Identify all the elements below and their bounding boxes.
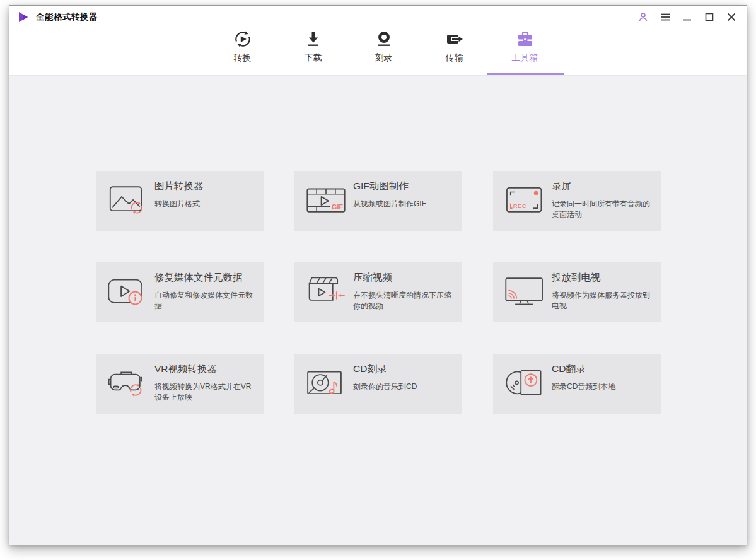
tool-title: GIF动图制作 [353,180,454,193]
tool-card-gif-maker[interactable]: GIF GIF动图制作 从视频或图片制作GIF [294,171,462,231]
vr-converter-icon [107,366,148,402]
download-icon [304,28,323,50]
cd-burn-icon [305,366,347,402]
app-title: 全能格式转换器 [36,11,98,23]
tool-title: 图片转换器 [154,180,255,193]
cast-to-tv-icon [504,275,545,310]
tool-title: CD翻录 [552,363,653,376]
tab-download[interactable]: 下载 [292,25,335,75]
tool-grid: 图片转换器 转换图片格式 GIF [96,171,661,414]
tool-card-vr-converter[interactable]: VR视频转换器 将视频转换为VR格式并在VR设备上放映 [96,354,264,414]
tool-title: VR视频转换器 [154,363,255,376]
tool-title: 压缩视频 [353,271,454,284]
tab-transfer[interactable]: 传输 [433,25,476,75]
tool-desc: 转换图片格式 [154,199,255,209]
tool-card-image-converter[interactable]: 图片转换器 转换图片格式 [96,171,264,231]
convert-icon [233,28,253,50]
tab-label: 工具箱 [512,52,538,64]
app-logo-icon [18,11,28,23]
tool-card-fix-metadata[interactable]: 修复媒体文件元数据 自动修复和修改媒体文件元数据 [96,262,264,322]
window-controls [637,11,738,23]
tab-label: 刻录 [375,52,393,64]
toolbox-panel: 图片转换器 转换图片格式 GIF [9,75,747,545]
fix-metadata-icon [107,275,148,310]
image-converter-icon [107,184,148,219]
tab-burn[interactable]: 刻录 [363,25,405,75]
toolbox-icon [515,28,535,50]
tool-desc: 记录同一时间所有带有音频的桌面活动 [552,199,653,221]
main-nav: 转换 下载 刻录 [9,25,747,75]
transfer-icon [445,28,465,50]
app-window: 全能格式转换器 [9,5,747,545]
tool-desc: 刻录你的音乐到CD [353,382,454,392]
tool-desc: 自动修复和修改媒体文件元数据 [154,290,255,312]
tool-title: 修复媒体文件元数据 [154,271,255,284]
maximize-icon[interactable] [703,11,716,23]
tool-title: 投放到电视 [552,271,653,284]
tool-desc: 从视频或图片制作GIF [353,199,454,209]
header: 全能格式转换器 [9,6,747,75]
tool-desc: 在不损失清晰度的情况下压缩你的视频 [353,290,454,312]
cd-rip-icon [504,366,545,402]
menu-icon[interactable] [659,11,672,23]
tab-label: 下载 [305,52,322,64]
tab-convert[interactable]: 转换 [221,25,264,75]
tab-label: 传输 [446,52,463,64]
svg-text:REC: REC [513,202,526,209]
tab-toolbox[interactable]: 工具箱 [504,25,547,75]
tool-title: 录屏 [552,180,653,193]
tool-card-screen-recorder[interactable]: REC 录屏 记录同一时间所有带有音频的桌面活动 [493,171,661,231]
tool-card-cd-rip[interactable]: CD翻录 翻录CD音频到本地 [493,354,661,414]
tool-desc: 将视频转换为VR格式并在VR设备上放映 [154,382,255,404]
screen-recorder-icon: REC [504,184,545,219]
account-icon[interactable] [637,11,649,23]
tool-card-compress-video[interactable]: 压缩视频 在不损失清晰度的情况下压缩你的视频 [294,262,462,322]
tool-desc: 翻录CD音频到本地 [552,382,653,392]
tool-card-cast-to-tv[interactable]: 投放到电视 将视频作为媒体服务器投放到电视 [493,262,661,322]
tab-label: 转换 [234,52,252,64]
tool-title: CD刻录 [353,363,454,376]
svg-text:GIF: GIF [332,203,343,211]
tool-desc: 将视频作为媒体服务器投放到电视 [552,290,653,312]
minimize-icon[interactable] [681,11,694,23]
close-icon[interactable] [725,11,738,23]
tool-card-cd-burn[interactable]: CD刻录 刻录你的音乐到CD [294,354,462,414]
gif-maker-icon: GIF [305,184,347,219]
compress-video-icon [305,275,347,310]
burn-icon [375,28,393,50]
